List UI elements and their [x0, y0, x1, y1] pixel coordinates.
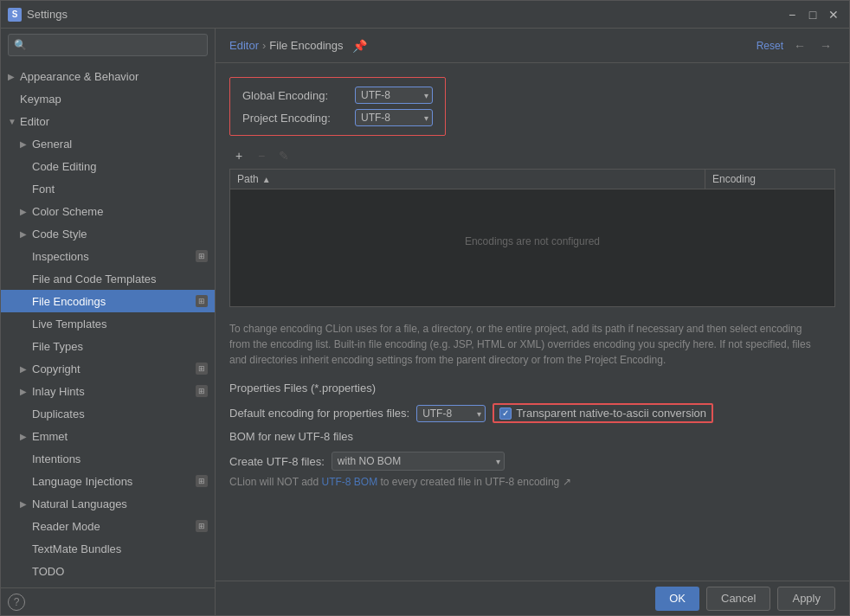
arrow-icon: ▶ [20, 207, 32, 216]
sidebar-item-copyright[interactable]: ▶ Copyright ⊞ [1, 357, 215, 380]
settings-badge: ⊞ [196, 475, 208, 487]
project-encoding-select-wrapper: UTF-8 UTF-16 ISO-8859-1 [355, 109, 433, 126]
sidebar-item-natural-languages[interactable]: ▶ Natural Languages [1, 492, 215, 515]
sidebar-item-color-scheme[interactable]: ▶ Color Scheme [1, 200, 215, 222]
reset-button[interactable]: Reset [757, 40, 783, 52]
props-encoding-select[interactable]: UTF-8 ISO-8859-1 [416, 405, 486, 422]
sidebar-item-label: Language Injections [32, 475, 196, 488]
sidebar-item-appearance[interactable]: ▶ Appearance & Behavior [1, 65, 215, 87]
dialog-footer: OK Cancel Apply [216, 581, 849, 615]
window-title: Settings [27, 8, 783, 21]
sidebar-item-label: Color Scheme [32, 205, 208, 218]
edit-button[interactable]: ✎ [274, 146, 293, 165]
description-text: To change encoding CLion uses for a file… [229, 321, 818, 368]
properties-encoding-row: Default encoding for properties files: U… [229, 403, 835, 423]
sidebar-item-reader-mode[interactable]: Reader Mode ⊞ [1, 515, 215, 537]
bom-select[interactable]: with NO BOM with BOM [332, 452, 505, 471]
sidebar-item-label: Font [32, 183, 208, 196]
cancel-button[interactable]: Cancel [706, 587, 770, 611]
sidebar-item-inspections[interactable]: Inspections ⊞ [1, 245, 215, 267]
sidebar-item-label: Inspections [32, 250, 196, 263]
settings-badge: ⊞ [196, 385, 208, 397]
sidebar-item-label: Code Editing [32, 160, 208, 173]
sidebar-item-label: File Types [32, 340, 208, 353]
sidebar-item-editor[interactable]: ▼ Editor [1, 110, 215, 132]
sidebar-item-keymap[interactable]: Keymap [1, 87, 215, 110]
project-encoding-row: Project Encoding: UTF-8 UTF-16 ISO-8859-… [242, 109, 433, 126]
content-body: Global Encoding: UTF-8 UTF-16 ISO-8859-1… [216, 63, 849, 581]
sidebar-item-label: Editor [20, 115, 208, 128]
sidebar-item-label: File Encodings [32, 295, 196, 308]
sidebar-item-code-editing[interactable]: Code Editing [1, 155, 215, 177]
sidebar-item-label: Intentions [32, 452, 208, 465]
sidebar-item-font[interactable]: Font [1, 177, 215, 200]
sort-icon: ▲ [262, 175, 271, 184]
ok-button[interactable]: OK [655, 587, 699, 611]
sidebar-item-textmate-bundles[interactable]: TextMate Bundles [1, 537, 215, 560]
main-area: 🔍 ▶ Appearance & Behavior Keymap ▼ Edito… [1, 29, 849, 615]
col-path-header: Path ▲ [230, 170, 705, 189]
sidebar-item-label: Appearance & Behavior [20, 70, 208, 83]
sidebar-item-label: Copyright [32, 363, 196, 375]
bom-note-link[interactable]: UTF-8 BOM [322, 476, 378, 488]
encodings-table: Path ▲ Encoding Encodings are not config… [229, 169, 835, 307]
encoding-box: Global Encoding: UTF-8 UTF-16 ISO-8859-1… [229, 77, 446, 136]
properties-section-title: Properties Files (*.properties) [229, 382, 835, 395]
settings-badge: ⊞ [196, 363, 208, 375]
content-header: Editor › File Encodings 📌 Reset ← → [216, 29, 849, 63]
apply-button[interactable]: Apply [777, 587, 835, 611]
titlebar: S Settings − □ ✕ [1, 1, 849, 29]
sidebar-item-general[interactable]: ▶ General [1, 132, 215, 155]
bom-note: CLion will NOT add UTF-8 BOM to every cr… [229, 476, 835, 488]
breadcrumb-separator: › [262, 39, 266, 52]
bom-section-title: BOM for new UTF-8 files [229, 430, 835, 443]
search-box[interactable]: 🔍 [8, 34, 208, 56]
add-button[interactable]: + [229, 146, 248, 165]
sidebar-bottom: ? [1, 587, 215, 615]
sidebar-item-emmet[interactable]: ▶ Emmet [1, 425, 215, 447]
table-header: Path ▲ Encoding [230, 170, 834, 189]
arrow-icon: ▶ [8, 72, 20, 81]
arrow-icon: ▶ [20, 229, 32, 239]
sidebar-item-label: Live Templates [32, 318, 208, 330]
settings-badge: ⊞ [196, 295, 208, 307]
sidebar-item-live-templates[interactable]: Live Templates [1, 312, 215, 335]
settings-badge: ⊞ [196, 250, 208, 262]
sidebar-item-code-style[interactable]: ▶ Code Style [1, 222, 215, 245]
sidebar-item-file-encodings[interactable]: File Encodings ⊞ [1, 290, 215, 312]
bom-note-suffix: to every created file in UTF-8 encoding … [377, 476, 570, 488]
breadcrumb-parent[interactable]: Editor [229, 39, 259, 52]
settings-window: S Settings − □ ✕ 🔍 ▶ Appearance & Behavi… [0, 0, 850, 616]
help-button[interactable]: ? [8, 594, 25, 611]
maximize-button[interactable]: □ [804, 6, 821, 23]
project-encoding-select[interactable]: UTF-8 UTF-16 ISO-8859-1 [355, 109, 433, 126]
global-encoding-select[interactable]: UTF-8 UTF-16 ISO-8859-1 windows-1251 [355, 87, 433, 104]
table-toolbar: + − ✎ [229, 146, 835, 165]
arrow-icon: ▶ [20, 499, 32, 509]
search-input[interactable] [27, 39, 202, 51]
global-encoding-row: Global Encoding: UTF-8 UTF-16 ISO-8859-1… [242, 87, 433, 104]
sidebar-item-language-injections[interactable]: Language Injections ⊞ [1, 470, 215, 492]
bom-create-label: Create UTF-8 files: [229, 455, 325, 468]
close-button[interactable]: ✕ [825, 6, 842, 23]
pin-icon[interactable]: 📌 [352, 39, 367, 53]
sidebar-item-file-types[interactable]: File Types [1, 335, 215, 357]
sidebar-item-duplicates[interactable]: Duplicates [1, 402, 215, 425]
global-encoding-label: Global Encoding: [242, 89, 355, 102]
sidebar-item-todo[interactable]: TODO [1, 560, 215, 582]
titlebar-buttons: − □ ✕ [783, 6, 842, 23]
sidebar-item-label: General [32, 138, 208, 151]
minimize-button[interactable]: − [783, 6, 801, 23]
sidebar-item-intentions[interactable]: Intentions [1, 447, 215, 470]
sidebar-item-inlay-hints[interactable]: ▶ Inlay Hints ⊞ [1, 380, 215, 402]
arrow-icon: ▶ [20, 432, 32, 441]
sidebar-item-file-code-templates[interactable]: File and Code Templates [1, 267, 215, 290]
forward-button[interactable]: → [816, 36, 835, 55]
back-button[interactable]: ← [790, 36, 809, 55]
breadcrumb-current: File Encodings [269, 39, 343, 52]
bom-note-prefix: CLion will NOT add [229, 476, 322, 488]
transparent-label[interactable]: Transparent native-to-ascii conversion [516, 407, 706, 420]
search-icon: 🔍 [14, 39, 27, 51]
transparent-checkbox[interactable] [499, 407, 512, 420]
remove-button[interactable]: − [252, 146, 271, 165]
